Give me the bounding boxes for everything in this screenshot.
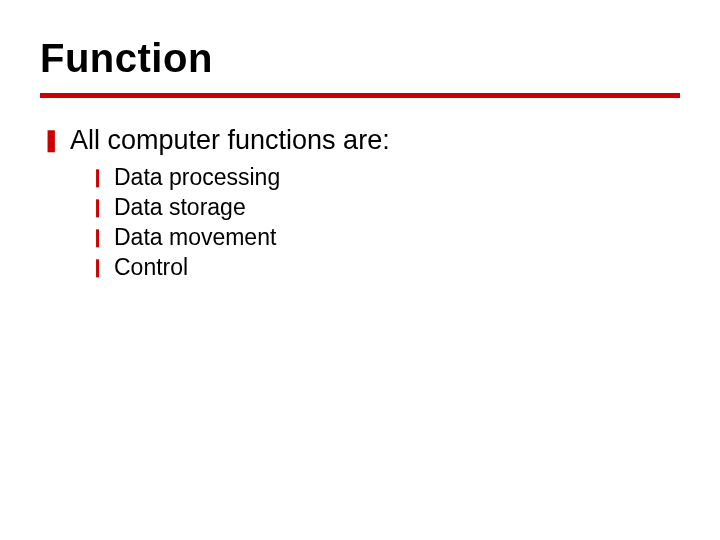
bullet-level2: ❙ Control — [90, 252, 680, 282]
dingbat-subbullet-icon: ❙ — [90, 192, 114, 222]
bullet-level2-text: Data movement — [114, 222, 276, 252]
title-underline — [40, 93, 680, 98]
bullet-level2: ❙ Data processing — [90, 162, 680, 192]
dingbat-subbullet-icon: ❙ — [90, 222, 114, 252]
bullet-level2-text: Data storage — [114, 192, 246, 222]
bullet-level2-text: Data processing — [114, 162, 280, 192]
slide: Function ❚ All computer functions are: ❙… — [0, 0, 720, 540]
bullet-level1-text: All computer functions are: — [70, 124, 390, 156]
sub-bullet-list: ❙ Data processing ❙ Data storage ❙ Data … — [90, 162, 680, 282]
dingbat-subbullet-icon: ❙ — [90, 252, 114, 282]
bullet-level2: ❙ Data movement — [90, 222, 680, 252]
bullet-level2: ❙ Data storage — [90, 192, 680, 222]
slide-title: Function — [40, 36, 680, 81]
slide-body: ❚ All computer functions are: ❙ Data pro… — [40, 124, 680, 282]
bullet-level1: ❚ All computer functions are: — [42, 124, 680, 156]
dingbat-bullet-icon: ❚ — [42, 124, 70, 156]
dingbat-subbullet-icon: ❙ — [90, 162, 114, 192]
bullet-level2-text: Control — [114, 252, 188, 282]
